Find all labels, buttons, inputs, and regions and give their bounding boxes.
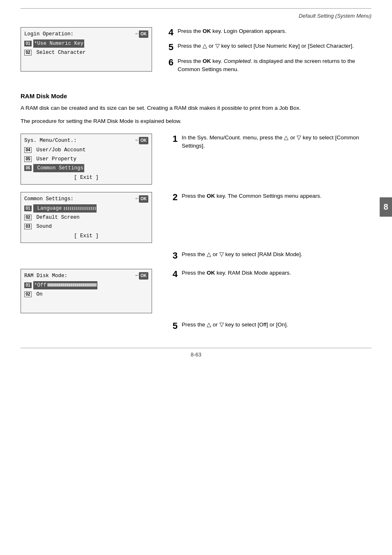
lcd-item-02: 02 Select Character <box>24 48 148 57</box>
ram-lcd-common: Common Settings: ⇦ OK 01 Language 02 Def… <box>21 192 152 243</box>
lcd-common-text-03: Sound <box>33 222 52 231</box>
lcd-common-ok-badge: OK <box>139 195 148 203</box>
page-container: Default Setting (System Menu) Login Oper… <box>0 0 392 555</box>
step-6-text: Press the OK key. Completed. is displaye… <box>178 57 371 74</box>
lcd-item-01: 01 *Use Numeric Key <box>24 39 148 48</box>
page-number: 8-63 <box>191 352 201 358</box>
lcd-sysmenu-item-05: 05 User Property <box>24 155 148 164</box>
ram-step-1-num: 1 <box>173 134 178 144</box>
lcd-ramdisk-text-01: *Off <box>33 281 97 289</box>
ram-step-5-text: 5 Press the △ or ▽ key to select [Off] o… <box>164 321 371 331</box>
lcd-ramdisk-item-02: 02 On <box>24 290 148 299</box>
ram-lcd-sysmenu-container: Sys. Menu/Count.: ⇦ OK 04 User/Job Accou… <box>21 134 164 185</box>
ram-step-5-num: 5 <box>173 321 178 331</box>
ram-step-4-num: 4 <box>173 269 178 280</box>
lcd-header-row: Login Operation: ⇦ OK <box>24 30 148 38</box>
tab-8: 8 <box>380 197 392 217</box>
lcd-ramdisk-num-02: 02 <box>24 291 32 297</box>
ram-step-2-num: 2 <box>173 192 178 203</box>
ram-step-3-text: 3 Press the △ or ▽ key to select [RAM Di… <box>164 250 371 261</box>
lcd-sysmenu-ok: ⇦ OK <box>135 137 148 144</box>
ram-step-3-num: 3 <box>173 250 178 261</box>
ram-lcd-ramdisk-container: RAM Disk Mode: ⇦ OK 01 *Off 02 On <box>21 269 164 313</box>
lcd-common-header-text: Common Settings: <box>24 195 74 203</box>
login-steps: 4 Press the OK key. Login Operation appe… <box>160 27 371 80</box>
lcd-common-ok: ⇦ OK <box>135 195 148 203</box>
ram-step-5-body: Press the △ or ▽ key to select [Off] or … <box>182 321 371 329</box>
ram-step-3-row: 3 Press the △ or ▽ key to select [RAM Di… <box>21 250 371 261</box>
lcd-common-item-01: 01 Language <box>24 204 148 213</box>
lcd-ramdisk-num-01: 01 <box>24 282 32 288</box>
ram-step-1-body: In the Sys. Menu/Count. menu, press the … <box>182 134 371 150</box>
lcd-ok-badge: OK <box>139 30 148 38</box>
ram-step-4-body: Press the OK key. RAM Disk Mode appears. <box>182 269 371 277</box>
ram-lcd-sysmenu: Sys. Menu/Count.: ⇦ OK 04 User/Job Accou… <box>21 134 152 185</box>
lcd-sysmenu-header: Sys. Menu/Count.: ⇦ OK <box>24 136 148 145</box>
step-5-text: Press the △ or ▽ key to select [Use Nume… <box>178 42 371 50</box>
header-title: Default Setting (System Menu) <box>299 13 371 19</box>
lcd-common-text-01: Language <box>33 204 97 213</box>
ram-step-2-text: 2 Press the OK key. The Common Settings … <box>164 192 371 203</box>
step-4-num: 4 <box>168 27 173 38</box>
step-6-num: 6 <box>168 57 173 68</box>
lcd-ok-arrow: ⇦ <box>135 30 138 38</box>
lcd-ramdisk-item-01: 01 *Off <box>24 281 148 290</box>
lcd-common-exit: [ Exit ] <box>24 231 148 240</box>
ram-lcd-ramdisk: RAM Disk Mode: ⇦ OK 01 *Off 02 On <box>21 269 152 313</box>
page-header: Default Setting (System Menu) <box>21 13 371 19</box>
lcd-item-num-01: 01 <box>24 41 32 46</box>
login-step-5: 5 Press the △ or ▽ key to select [Use Nu… <box>168 42 371 50</box>
lcd-sysmenu-ok-badge: OK <box>139 137 148 144</box>
lcd-item-num-02: 02 <box>24 50 32 56</box>
lcd-header-text: Login Operation: <box>24 30 74 38</box>
lcd-sysmenu-num-05: 05 <box>24 156 32 162</box>
lcd-sysmenu-header-text: Sys. Menu/Count.: <box>24 136 77 145</box>
lcd-common-item-02: 02 Default Screen <box>24 213 148 222</box>
ram-step-1-text: 1 In the Sys. Menu/Count. menu, press th… <box>164 134 371 150</box>
ram-step-4-row: RAM Disk Mode: ⇦ OK 01 *Off 02 On <box>21 269 371 313</box>
ram-step-4-text: 4 Press the OK key. RAM Disk Mode appear… <box>164 269 371 280</box>
ram-disk-description2: The procedure for setting the RAM Disk M… <box>21 117 371 126</box>
ram-lcd-common-container: Common Settings: ⇦ OK 01 Language 02 Def… <box>21 192 164 243</box>
lcd-ramdisk-ok: ⇦ OK <box>135 272 148 280</box>
lcd-sysmenu-num-04: 04 <box>24 147 32 153</box>
lcd-sysmenu-text-04: User/Job Account <box>33 146 86 154</box>
lcd-sysmenu-num-06: 06 <box>24 165 32 171</box>
login-step-6: 6 Press the OK key. Completed. is displa… <box>168 57 371 74</box>
login-step-4: 4 Press the OK key. Login Operation appe… <box>168 27 371 35</box>
lcd-ramdisk-ok-badge: OK <box>139 272 148 280</box>
lcd-common-num-02: 02 <box>24 215 32 220</box>
lcd-common-num-01: 01 <box>24 206 32 211</box>
lcd-common-text-02: Default Screen <box>33 213 80 222</box>
step-5-num: 5 <box>168 42 173 53</box>
lcd-sysmenu-item-06: 06 Common Settings <box>24 164 148 173</box>
lcd-sysmenu-item-04: 04 User/Job Account <box>24 146 148 155</box>
ram-step-1-row: Sys. Menu/Count.: ⇦ OK 04 User/Job Accou… <box>21 134 371 185</box>
lcd-common-num-03: 03 <box>24 224 32 229</box>
lcd-sysmenu-exit: [ Exit ] <box>24 173 148 182</box>
login-lcd: Login Operation: ⇦ OK 01 *Use Numeric Ke… <box>21 27 152 72</box>
lcd-sysmenu-ok-arrow: ⇦ <box>135 137 138 144</box>
ram-step-2-body: Press the OK key. The Common Settings me… <box>182 192 371 200</box>
ram-disk-steps: Sys. Menu/Count.: ⇦ OK 04 User/Job Accou… <box>21 134 371 331</box>
lcd-ramdisk-header-text: RAM Disk Mode: <box>24 272 67 280</box>
ram-disk-description: A RAM disk can be created and its size c… <box>21 104 371 113</box>
lcd-ramdisk-text-02: On <box>33 290 43 298</box>
top-rule <box>21 8 371 9</box>
lcd-common-item-03: 03 Sound <box>24 222 148 231</box>
lcd-common-ok-arrow: ⇦ <box>135 195 138 203</box>
ram-step-3-body: Press the △ or ▽ key to select [RAM Disk… <box>182 250 371 259</box>
lcd-common-header: Common Settings: ⇦ OK <box>24 195 148 203</box>
lcd-item-text-02: Select Character <box>33 49 86 57</box>
step-4-text: Press the OK key. Login Operation appear… <box>178 27 371 35</box>
lcd-ok-container: ⇦ OK <box>135 30 148 38</box>
lcd-ramdisk-header: RAM Disk Mode: ⇦ OK <box>24 272 148 280</box>
footer: 8-63 <box>21 348 371 358</box>
lcd-sysmenu-text-05: User Property <box>33 155 76 163</box>
ram-step-5-row: 5 Press the △ or ▽ key to select [Off] o… <box>21 321 371 331</box>
lcd-item-text-01: *Use Numeric Key <box>33 39 84 48</box>
lcd-sysmenu-text-06: Common Settings <box>33 164 84 172</box>
lcd-ramdisk-ok-arrow: ⇦ <box>135 272 138 280</box>
ram-step-2-row: Common Settings: ⇦ OK 01 Language 02 Def… <box>21 192 371 243</box>
login-section: Login Operation: ⇦ OK 01 *Use Numeric Ke… <box>21 27 371 80</box>
